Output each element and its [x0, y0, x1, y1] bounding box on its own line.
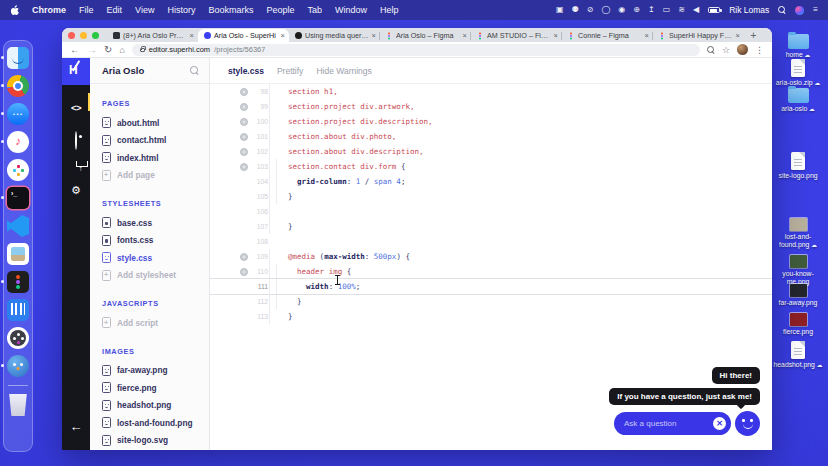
desktop-icon-lost-and-found-png[interactable]: lost-and-found.png ☁	[770, 218, 826, 249]
tab-close-icon[interactable]: ×	[372, 32, 376, 40]
settings-gear-icon[interactable]: ⚙	[62, 184, 90, 197]
chat-smiley-button[interactable]	[735, 411, 760, 436]
code-line-106[interactable]: 106	[210, 204, 772, 219]
desktop-icon-far-away-png[interactable]: far-away.png	[770, 284, 826, 307]
tab-superhi-happy-flowers-fig[interactable]: SuperHi Happy Flowers – Fig×	[653, 29, 744, 42]
tab-8-aria-oslo-project[interactable]: (8+) Aria Oslo Project×	[107, 29, 198, 42]
preview-eye-icon[interactable]	[62, 132, 90, 150]
back-button[interactable]: ←	[70, 45, 80, 55]
desktop-icon-aria-oslo[interactable]: aria-oslo ☁	[770, 88, 826, 113]
sidebar-item-site-logo-svg[interactable]: site-logo.svg	[102, 432, 209, 450]
sidebar-item-fonts-css[interactable]: fonts.css	[102, 232, 209, 250]
tab-aria-oslo-superhi[interactable]: Aria Oslo - SuperHi×	[198, 29, 289, 42]
code-editor[interactable]: 98section h1,99section.project div.artwo…	[210, 84, 772, 324]
notification-center-icon[interactable]: ≡	[813, 6, 818, 14]
tab-close-icon[interactable]: ×	[645, 32, 649, 40]
menu-history[interactable]: History	[167, 5, 195, 15]
sidebar-search-icon[interactable]	[190, 66, 199, 75]
code-line-108[interactable]: 108	[210, 234, 772, 249]
figma-app-icon[interactable]	[7, 271, 29, 293]
preview-app-icon[interactable]	[7, 243, 29, 265]
tab-close-icon[interactable]: ×	[736, 32, 740, 40]
slack-app-icon[interactable]	[7, 159, 29, 181]
sidebar-item-style-css[interactable]: style.css	[102, 249, 209, 267]
sidebar-item-base-css[interactable]: base.css	[102, 214, 209, 232]
back-arrow-button[interactable]: ←	[70, 419, 83, 434]
menu-user-name[interactable]: Rik Lomas	[729, 5, 769, 15]
sidebar-item-contact-html[interactable]: contact.html	[102, 132, 209, 150]
desktop-icon-headshot-png[interactable]: headshot.png ☁	[770, 341, 826, 369]
sidebar-item-headshot-png[interactable]: headshot.png	[102, 397, 209, 415]
desktop-icon-fierce-png[interactable]: fierce.png	[770, 313, 826, 336]
code-line-104[interactable]: 104 grid-column: 1 / span 4;	[210, 174, 772, 189]
desktop-icon-home[interactable]: home ☁	[770, 34, 826, 59]
code-line-100[interactable]: 100section.project div.description,	[210, 114, 772, 129]
tab-connie-figma[interactable]: Connie – Figma×	[562, 29, 653, 42]
spotlight-icon[interactable]	[778, 6, 786, 14]
maximize-window-button[interactable]	[92, 32, 99, 39]
code-line-107[interactable]: 107}	[210, 219, 772, 234]
reel-app-icon[interactable]	[7, 327, 29, 349]
code-line-109[interactable]: 109@media (max-width: 500px) {	[210, 249, 772, 264]
wifi-icon[interactable]: ≋	[678, 6, 685, 14]
code-line-99[interactable]: 99section.project div.artwork,	[210, 99, 772, 114]
menu-help[interactable]: Help	[380, 5, 399, 15]
code-line-110[interactable]: 110 header img {	[210, 264, 772, 279]
forward-button[interactable]: →	[87, 45, 97, 55]
sidebar-item-add-page[interactable]: Add page	[102, 167, 209, 185]
chrome-app-icon[interactable]	[7, 75, 29, 97]
tab-close-icon[interactable]: ×	[190, 32, 194, 40]
critter-app-icon[interactable]	[7, 355, 29, 377]
trash-app-icon[interactable]	[7, 394, 29, 416]
music-app-icon[interactable]	[7, 131, 29, 153]
network-icon[interactable]: ⊕	[633, 6, 640, 14]
zoom-icon[interactable]	[707, 46, 715, 54]
new-tab-button[interactable]: +	[747, 29, 760, 42]
address-bar[interactable]: editor.superhi.com/projects/56367	[132, 44, 700, 56]
desktop-icon-site-logo-png[interactable]: site-logo.png	[770, 152, 826, 180]
upload-icon[interactable]: ↥	[648, 6, 655, 14]
menu-edit[interactable]: Edit	[107, 5, 123, 15]
striped-app-icon[interactable]	[7, 299, 29, 321]
sidebar-item-fierce-png[interactable]: fierce.png	[102, 379, 209, 397]
code-line-103[interactable]: 103section.contact div.form {	[210, 159, 772, 174]
desktop-icon-aria-oslo-zip[interactable]: aria-oslo.zip ☁	[770, 59, 826, 87]
code-line-105[interactable]: 105}	[210, 189, 772, 204]
tab-am-studio-figma[interactable]: AM STUDIO – Figma×	[471, 29, 562, 42]
screen-mirroring-icon[interactable]: ▣	[556, 6, 564, 14]
bookmark-star-icon[interactable]: ☆	[722, 45, 730, 55]
menu-tab[interactable]: Tab	[307, 5, 322, 15]
code-line-98[interactable]: 98section h1,	[210, 84, 772, 99]
tab-aria-oslo-figma[interactable]: Aria Oslo – Figma×	[380, 29, 471, 42]
code-line-111[interactable]: 111 width: 100%;	[210, 279, 772, 294]
sidebar-item-index-html[interactable]: index.html	[102, 149, 209, 167]
tab-using-media-queries-css-c[interactable]: Using media queries - CSS: C×	[289, 29, 380, 42]
record-icon[interactable]: ◉	[618, 6, 625, 14]
onepassword-icon[interactable]: ⚉	[572, 6, 579, 14]
menu-people[interactable]: People	[266, 5, 294, 15]
sidebar-item-far-away-png[interactable]: far-away.png	[102, 362, 209, 380]
browser-menu-icon[interactable]: ⋮	[755, 45, 764, 55]
menu-window[interactable]: Window	[335, 5, 367, 15]
apple-menu-icon[interactable]	[10, 5, 20, 16]
sidebar-item-lost-and-found-png[interactable]: lost-and-found.png	[102, 414, 209, 432]
chat-input[interactable]: Ask a question ✕	[614, 412, 731, 435]
finder-app-icon[interactable]	[7, 47, 29, 69]
sidebar-item-about-html[interactable]: about.html	[102, 114, 209, 132]
code-line-102[interactable]: 102section.about div.description,	[210, 144, 772, 159]
minimize-window-button[interactable]	[80, 32, 87, 39]
sidebar-item-add-stylesheet[interactable]: Add stylesheet	[102, 267, 209, 285]
chat-close-icon[interactable]: ✕	[713, 417, 726, 430]
terminal-app-icon[interactable]	[7, 187, 29, 209]
code-line-113[interactable]: 113}	[210, 309, 772, 324]
superhi-logo[interactable]: H	[62, 58, 90, 85]
profile-avatar[interactable]	[737, 44, 748, 55]
prettify-button[interactable]: Prettify	[277, 66, 303, 76]
menu-chrome[interactable]: Chrome	[32, 5, 66, 15]
code-line-101[interactable]: 101section.about div.photo,	[210, 129, 772, 144]
desktop-icon-you-know-me-png[interactable]: you-know-me.png	[770, 255, 826, 286]
loop-icon[interactable]: ◯	[601, 6, 610, 14]
tab-close-icon[interactable]: ×	[554, 32, 558, 40]
open-file-tab[interactable]: style.css	[228, 66, 264, 76]
close-window-button[interactable]	[68, 32, 75, 39]
